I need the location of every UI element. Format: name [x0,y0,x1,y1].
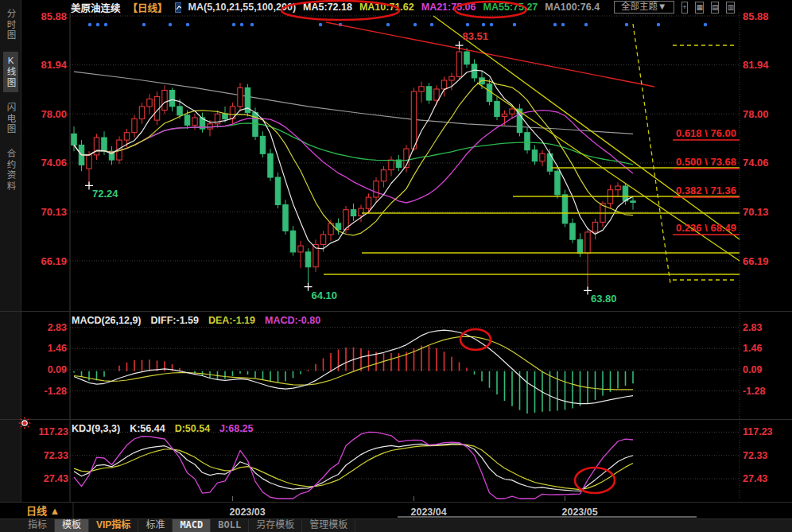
period-tag: 【日线】 [128,0,168,15]
svg-text:117.23: 117.23 [743,426,773,437]
tab-manage-template[interactable]: 管理模板 [302,518,355,532]
svg-text:0.382 \ 71.36: 0.382 \ 71.36 [676,184,736,196]
svg-text:66.19: 66.19 [743,255,769,267]
svg-text:KDJ(9,3,3)K:56.44D:50.54J:68.2: KDJ(9,3,3)K:56.44D:50.54J:68.25 [72,423,254,434]
candlestick-series [72,45,635,290]
svg-text:27.43: 27.43 [44,473,68,484]
ma10-value: MA10:71.62 [359,2,414,13]
svg-text:64.10: 64.10 [312,289,338,301]
svg-text:-1.28: -1.28 [45,386,68,397]
svg-text:70.13: 70.13 [743,206,769,218]
svg-text:2023/05: 2023/05 [562,507,598,518]
svg-text:72.33: 72.33 [44,450,68,461]
svg-text:83.51: 83.51 [463,30,489,42]
tab-macd[interactable]: MACD [173,518,211,532]
svg-text:1.46: 1.46 [48,343,67,354]
ma-lines [74,70,633,249]
tab-template[interactable]: 模板 [55,518,89,532]
svg-text:-1.28: -1.28 [743,386,766,397]
axis-pane-icon[interactable]: ▤ [711,2,720,14]
x-axis-dates: 2023/032023/042023/05日线 ▲ [26,496,697,518]
sidebar-item-kline-chart[interactable]: K线图 [3,52,18,92]
kline-chart-icon [175,2,181,13]
kdj-panel: KDJ(9,3,3)K:56.44D:50.54J:68.25 [19,417,634,499]
svg-text:70.13: 70.13 [41,206,67,218]
tab-indicator[interactable]: 指标 [21,518,55,532]
swing-price-marks: 72.2483.5164.1063.80 [85,30,617,305]
grid-pane-icon[interactable]: ▦ [695,2,704,14]
svg-text:2023/03: 2023/03 [230,507,266,518]
red-ellipse-annotations [281,1,615,493]
sidebar-item-time-chart[interactable]: 分时图 [3,5,18,45]
svg-text:74.06: 74.06 [41,157,67,169]
svg-text:2.83: 2.83 [48,322,67,333]
svg-text:0.618 \ 76.00: 0.618 \ 76.00 [676,127,736,139]
crosshair-icon[interactable]: + [681,2,689,14]
ma55-value: MA55:75.27 [483,2,538,13]
svg-text:66.19: 66.19 [41,255,67,267]
svg-text:0.09: 0.09 [743,364,762,375]
macd-panel: MACD(26,12,9)DIFF:-1.59DEA:-1.19MACD:-0.… [72,315,633,414]
tab-boll[interactable]: BOLL [211,518,249,532]
svg-text:0.236 \ 68.49: 0.236 \ 68.49 [676,222,736,234]
indicator-tabs-bar: 指标 模板 VIP指标 标准 MACD BOLL 另存模板 管理模板 [0,518,792,532]
svg-text:日线 ▲: 日线 ▲ [26,505,60,517]
ma100-line [74,72,633,134]
svg-text:2023/04: 2023/04 [411,507,447,518]
chart-type-sidebar: 分时图 K线图 闪电图 合约资料 [0,0,21,502]
svg-text:1.46: 1.46 [743,343,762,354]
svg-text:63.80: 63.80 [591,293,617,305]
ma100-value: MA100:76.4 [545,2,600,13]
trendline-drawings[interactable] [324,16,740,283]
svg-text:27.43: 27.43 [743,473,767,484]
svg-text:81.94: 81.94 [41,59,67,71]
svg-text:74.06: 74.06 [743,157,769,169]
split-pane-icon[interactable]: ▥ [726,2,735,14]
sidebar-item-flash-chart[interactable]: 闪电图 [3,99,18,139]
tab-save-template[interactable]: 另存模板 [249,518,302,532]
svg-text:0.09: 0.09 [48,364,67,375]
tab-vip-indicator[interactable]: VIP指标 [89,518,138,532]
svg-text:72.24: 72.24 [92,188,118,200]
ma5-value: MA5:72.18 [303,2,352,13]
fibonacci-labels: 0.618 \ 76.000.500 \ 73.680.382 \ 71.360… [673,127,740,235]
tab-standard[interactable]: 标准 [138,518,173,532]
svg-text:81.94: 81.94 [743,59,769,71]
svg-text:0.500 \ 73.68: 0.500 \ 73.68 [676,156,736,168]
svg-text:117.23: 117.23 [38,426,68,437]
svg-text:2.83: 2.83 [743,322,762,333]
signal-dots [88,23,707,26]
sidebar-item-contract-info[interactable]: 合约资料 [3,145,18,196]
svg-text:72.33: 72.33 [743,450,767,461]
svg-text:78.00: 78.00 [41,108,67,120]
symbol-title: 美原油连续 [71,0,121,15]
top-legend-bar: 美原油连续 【日线】 MA(5,10,21,55,100,200) MA5:72… [21,0,792,14]
all-themes-dropdown[interactable]: 全部主题▼ [614,1,674,14]
chart-canvas[interactable]: 85.8885.8881.9481.9478.0078.0074.0674.06… [0,0,792,532]
ma21-value: MA21:75.06 [421,2,476,13]
svg-text:MACD(26,12,9)DIFF:-1.59DEA:-1.: MACD(26,12,9)DIFF:-1.59DEA:-1.19MACD:-0.… [72,315,320,326]
grid-and-axes: 85.8885.8881.9481.9478.0078.0074.0674.06… [0,10,792,519]
svg-text:78.00: 78.00 [743,108,769,120]
ma-params-label: MA(5,10,21,55,100,200) [188,2,297,13]
